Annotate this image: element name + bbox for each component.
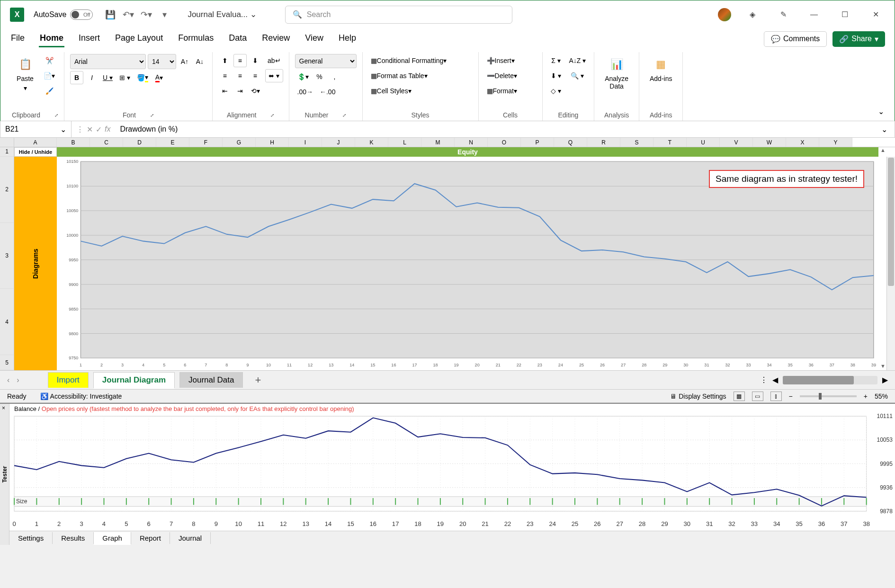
font-launcher-icon[interactable]: ⤢ [150, 113, 154, 118]
autosave-toggle[interactable]: Off [70, 9, 93, 20]
fx-icon[interactable]: fx [105, 125, 110, 134]
search-input[interactable]: 🔍 Search [285, 6, 512, 24]
column-header[interactable]: K [355, 138, 388, 147]
row-header[interactable]: 2 [0, 157, 14, 223]
clear-icon[interactable]: ◇ ▾ [548, 84, 564, 98]
zoom-level[interactable]: 55% [875, 392, 888, 400]
column-header[interactable]: U [687, 138, 720, 147]
row-header[interactable]: 1 [0, 147, 14, 157]
sheet-tab-journal-data[interactable]: Journal Data [179, 372, 243, 388]
scroll-up-icon[interactable]: ▲ [879, 147, 886, 154]
tester-tab-graph[interactable]: Graph [94, 532, 131, 545]
column-header[interactable]: R [587, 138, 620, 147]
insert-cells-button[interactable]: ➕ Insert ▾ [484, 54, 537, 67]
column-header[interactable]: W [753, 138, 786, 147]
sheet-menu-icon[interactable]: ⋮ [760, 375, 768, 384]
cancel-icon[interactable]: ✕ [87, 125, 93, 134]
column-header[interactable]: I [289, 138, 322, 147]
vertical-scrollbar[interactable] [886, 157, 895, 370]
conditional-formatting-button[interactable]: ▦ Conditional Formatting ▾ [368, 54, 473, 67]
decrease-indent-icon[interactable]: ⇤ [218, 84, 232, 98]
underline-button[interactable]: U ▾ [100, 71, 115, 84]
formula-input[interactable]: Drawdown (in %) [115, 125, 874, 134]
italic-button[interactable]: I [85, 71, 98, 84]
tab-formulas[interactable]: Formulas [177, 30, 215, 47]
tester-close-icon[interactable]: × [2, 405, 5, 411]
add-sheet-button[interactable]: + [255, 374, 261, 386]
format-as-table-button[interactable]: ▦ Format as Table ▾ [368, 69, 473, 82]
column-header[interactable]: T [653, 138, 687, 147]
column-header[interactable]: L [388, 138, 421, 147]
sort-filter-icon[interactable]: A↓Z ▾ [566, 54, 588, 67]
diamond-icon[interactable]: ◈ [743, 8, 762, 22]
enter-icon[interactable]: ✓ [96, 125, 102, 134]
column-header[interactable]: E [156, 138, 189, 147]
hide-unhide-cell[interactable]: Hide / Unhide [14, 147, 57, 157]
column-header[interactable]: P [521, 138, 554, 147]
borders-icon[interactable]: ⊞ ▾ [117, 71, 133, 84]
column-header[interactable]: O [488, 138, 521, 147]
undo-icon[interactable]: ↶▾ [121, 8, 135, 22]
analyze-data-button[interactable]: 📊 Analyze Data [600, 54, 633, 92]
find-select-icon[interactable]: 🔍 ▾ [566, 69, 588, 82]
zoom-in-icon[interactable]: + [864, 392, 868, 400]
tab-data[interactable]: Data [228, 30, 248, 47]
minimize-button[interactable]: — [805, 8, 823, 22]
column-header[interactable]: X [786, 138, 819, 147]
cut-icon[interactable]: ✂️ [41, 54, 57, 67]
number-format-select[interactable]: General [295, 54, 357, 68]
page-layout-view-icon[interactable]: ▭ [752, 392, 763, 401]
row-header[interactable]: 4 [0, 289, 14, 355]
orientation-icon[interactable]: ⟲▾ [249, 84, 262, 98]
fill-color-icon[interactable]: 🪣▾ [134, 71, 151, 84]
font-name-select[interactable]: Arial [70, 54, 146, 69]
decrease-font-icon[interactable]: A↓ [193, 55, 206, 68]
autosum-icon[interactable]: Σ ▾ [548, 54, 564, 67]
tab-home[interactable]: Home [39, 30, 64, 47]
document-name[interactable]: Journal Evalua... ⌄ [188, 9, 256, 19]
percent-icon[interactable]: % [313, 70, 326, 83]
align-left-icon[interactable]: ≡ [218, 69, 232, 82]
column-header[interactable]: V [720, 138, 753, 147]
tab-file[interactable]: File [10, 30, 26, 47]
column-header[interactable]: S [620, 138, 653, 147]
horizontal-scrollbar[interactable] [783, 376, 877, 384]
sheet-prev-icon[interactable]: ‹ [7, 376, 9, 384]
zoom-slider[interactable] [800, 395, 857, 397]
qat-dropdown-icon[interactable]: ▾ [157, 8, 171, 22]
tab-view[interactable]: View [304, 30, 324, 47]
column-header[interactable]: A [14, 138, 57, 147]
maximize-button[interactable]: ☐ [835, 8, 854, 22]
column-header[interactable]: J [322, 138, 355, 147]
hscroll-left-icon[interactable]: ◀ [772, 375, 778, 384]
formula-expand-icon[interactable]: ⌄ [874, 125, 895, 134]
accessibility-status[interactable]: ♿ Accessibility: Investigate [40, 392, 122, 400]
tab-page-layout[interactable]: Page Layout [114, 30, 164, 47]
fb-menu-icon[interactable]: ⋮ [76, 125, 84, 134]
align-right-icon[interactable]: ≡ [249, 69, 262, 82]
wrap-text-icon[interactable]: ab↵ [265, 54, 283, 67]
bold-button[interactable]: B [70, 71, 83, 84]
row-header[interactable]: 3 [0, 223, 14, 289]
tester-side-handle[interactable]: × Tester [0, 404, 9, 545]
tester-tab-journal[interactable]: Journal [170, 532, 211, 544]
column-header[interactable]: N [455, 138, 488, 147]
column-header[interactable]: B [57, 138, 90, 147]
pen-icon[interactable]: ✎ [774, 8, 793, 22]
save-icon[interactable]: 💾 [103, 8, 117, 22]
zoom-out-icon[interactable]: − [789, 392, 793, 400]
sheet-next-icon[interactable]: › [17, 376, 19, 384]
tab-insert[interactable]: Insert [78, 30, 101, 47]
clipboard-launcher-icon[interactable]: ⤢ [54, 113, 58, 118]
tab-help[interactable]: Help [338, 30, 357, 47]
align-center-icon[interactable]: ≡ [233, 69, 247, 82]
column-header[interactable]: H [256, 138, 289, 147]
tester-tab-results[interactable]: Results [53, 532, 94, 544]
collapse-ribbon-icon[interactable]: ⌄ [873, 102, 889, 121]
comma-icon[interactable]: , [328, 70, 341, 83]
column-header[interactable]: M [421, 138, 455, 147]
number-launcher-icon[interactable]: ⤢ [342, 113, 346, 118]
format-painter-icon[interactable]: 🖌️ [41, 84, 57, 98]
row-header[interactable]: 5 [0, 355, 14, 370]
fill-icon[interactable]: ⬇ ▾ [548, 69, 564, 82]
